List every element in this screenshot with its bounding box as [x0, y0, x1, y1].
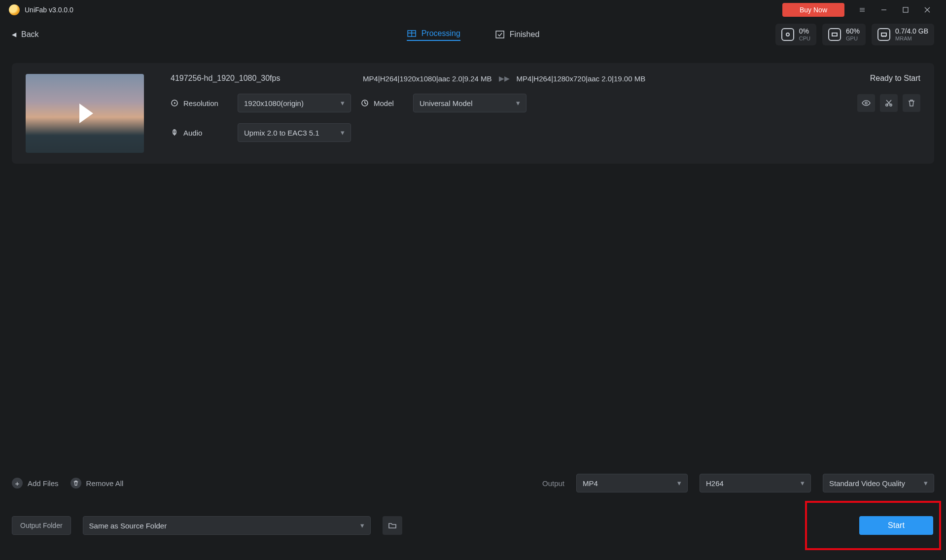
mram-value: 0.7/4.0 GB: [895, 28, 928, 35]
chevron-down-icon: ▾: [360, 521, 364, 530]
svg-rect-4: [832, 33, 837, 36]
output-label: Output: [542, 479, 564, 488]
chevron-down-icon: ▾: [341, 99, 345, 107]
back-label: Back: [21, 30, 39, 39]
cpu-icon: [781, 28, 794, 41]
play-icon: [79, 104, 93, 123]
trash-icon: [70, 478, 81, 489]
mram-icon: [877, 28, 890, 41]
delete-button[interactable]: [903, 94, 920, 112]
job-actions: [857, 94, 920, 112]
chevron-down-icon: ▾: [924, 479, 928, 488]
close-icon[interactable]: [916, 0, 938, 20]
tab-processing-label: Processing: [421, 29, 460, 38]
start-button[interactable]: Start: [859, 516, 933, 535]
output-folder-bar: Output Folder Same as Source Folder ▾: [12, 513, 808, 538]
buy-now-button[interactable]: Buy Now: [782, 3, 844, 17]
output-folder-select[interactable]: Same as Source Folder ▾: [83, 516, 371, 535]
preview-button[interactable]: [857, 94, 875, 112]
gpu-stat: 60% GPU: [822, 24, 866, 45]
gpu-label: GPU: [846, 35, 860, 41]
mram-label: MRAM: [895, 35, 928, 41]
hamburger-menu-icon[interactable]: [851, 0, 873, 20]
job-card: 4197256-hd_1920_1080_30fps MP4|H264|1920…: [12, 63, 934, 164]
maximize-icon[interactable]: [895, 0, 916, 20]
svg-point-8: [865, 102, 867, 104]
cpu-value: 0%: [799, 28, 810, 35]
output-codec-select[interactable]: H264 ▾: [700, 474, 811, 492]
remove-all-button[interactable]: Remove All: [70, 478, 124, 489]
tab-finished[interactable]: Finished: [495, 30, 539, 39]
processing-icon: [407, 29, 417, 38]
job-list: 4197256-hd_1920_1080_30fps MP4|H264|1920…: [12, 63, 934, 454]
destination-spec: MP4|H264|1280x720|aac 2.0|19.00 MB: [517, 74, 646, 83]
tab-finished-label: Finished: [510, 30, 539, 39]
output-folder-button[interactable]: Output Folder: [12, 516, 71, 535]
model-label: Model: [361, 99, 403, 107]
svg-rect-5: [881, 33, 886, 36]
chevron-down-icon: ▾: [341, 128, 345, 137]
title-bar: UniFab v3.0.0.0 Buy Now: [0, 0, 946, 20]
file-name: 4197256-hd_1920_1080_30fps: [171, 74, 363, 83]
gpu-value: 60%: [846, 28, 860, 35]
audio-select[interactable]: Upmix 2.0 to EAC3 5.1 ▾: [238, 123, 351, 142]
tabs: Processing Finished: [407, 29, 540, 41]
chevron-down-icon: ▾: [516, 99, 520, 107]
svg-rect-0: [903, 7, 908, 12]
gpu-icon: [828, 28, 841, 41]
minimize-icon[interactable]: [873, 0, 895, 20]
app-title: UniFab v3.0.0.0: [25, 6, 73, 14]
top-bar: ◀ Back Processing Finished 0% CPU: [0, 20, 946, 49]
cpu-stat: 0% CPU: [775, 24, 816, 45]
mram-stat: 0.7/4.0 GB MRAM: [872, 24, 934, 45]
cpu-label: CPU: [799, 35, 810, 41]
audio-label: Audio: [171, 129, 228, 137]
chevron-left-icon: ◀: [12, 31, 16, 38]
resolution-label: Resolution: [171, 99, 228, 107]
hardware-stats: 0% CPU 60% GPU 0.7/4.0 GB MRAM: [775, 24, 934, 45]
app-logo-icon: [9, 4, 20, 15]
arrow-right-icon: ▶▶: [499, 74, 510, 82]
output-quality-select[interactable]: Standard Video Quality ▾: [823, 474, 934, 492]
open-folder-button[interactable]: [383, 516, 402, 535]
chevron-down-icon: ▾: [677, 479, 681, 488]
tab-processing[interactable]: Processing: [407, 29, 460, 41]
svg-rect-2: [496, 31, 504, 38]
start-highlight-box: Start: [805, 501, 941, 550]
finished-icon: [495, 30, 505, 39]
add-files-button[interactable]: + Add Files: [12, 478, 59, 489]
source-spec: MP4|H264|1920x1080|aac 2.0|9.24 MB: [363, 74, 492, 83]
resolution-select[interactable]: 1920x1080(origin) ▾: [238, 94, 351, 112]
trim-button[interactable]: [880, 94, 898, 112]
bottom-options: + Add Files Remove All Output MP4 ▾ H264…: [12, 469, 934, 497]
output-format-select[interactable]: MP4 ▾: [576, 474, 688, 492]
model-select[interactable]: Universal Model ▾: [413, 94, 526, 112]
svg-point-3: [786, 33, 789, 36]
plus-icon: +: [12, 478, 23, 489]
back-button[interactable]: ◀ Back: [12, 30, 39, 39]
job-status: Ready to Start: [870, 74, 920, 83]
chevron-down-icon: ▾: [801, 479, 805, 488]
video-thumbnail[interactable]: [26, 74, 144, 153]
